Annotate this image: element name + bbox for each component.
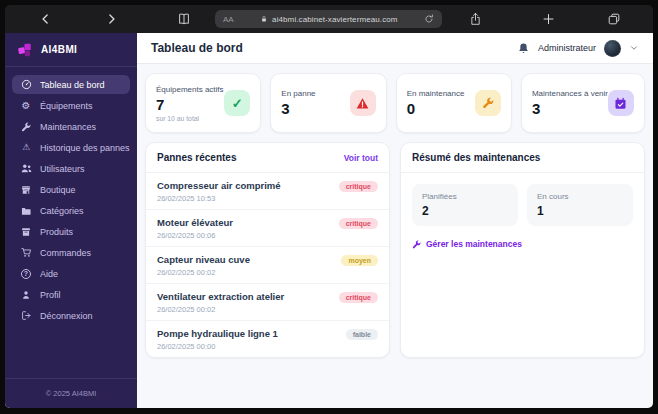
folder-icon (20, 206, 32, 216)
warning-icon (20, 143, 32, 152)
sidebar-item-profil[interactable]: Profil (12, 285, 130, 304)
share-button[interactable] (469, 13, 482, 26)
refresh-button[interactable] (424, 14, 434, 24)
sidebar-item-deconnexion[interactable]: Déconnexion (12, 306, 130, 325)
sidebar-item-tableau-de-bord[interactable]: Tableau de bord (12, 75, 130, 94)
maintenance-stat-label: Planifiées (422, 192, 508, 201)
sidebar-item-equipements[interactable]: Équipements (12, 96, 130, 115)
severity-badge: critique (339, 181, 378, 192)
fault-row: Compresseur air comprimé 26/02/2025 10:5… (146, 173, 389, 210)
page-header: Tableau de bord Administrateur (137, 33, 653, 64)
new-tab-button[interactable] (542, 13, 555, 26)
fault-row: Pompe hydraulique ligne 1 26/02/2025 00:… (146, 321, 389, 357)
severity-badge: critique (339, 218, 378, 229)
sidebar-item-categories[interactable]: Catégories (12, 201, 130, 220)
sidebar-item-label: Commandes (40, 248, 91, 258)
panel-title: Pannes récentes (157, 152, 237, 163)
severity-badge: faible (346, 329, 378, 340)
sidebar-item-label: Tableau de bord (40, 80, 105, 90)
forward-button[interactable] (105, 13, 118, 26)
avatar[interactable] (604, 40, 621, 57)
sidebar-item-label: Équipements (40, 101, 93, 111)
browser-toolbar: AA ai4bmi.cabinet-xaviertermeau.com (5, 5, 653, 33)
stat-value: 7 (156, 96, 224, 113)
help-icon: ? (20, 269, 32, 279)
profile-icon (20, 290, 32, 300)
chevron-down-icon[interactable] (629, 43, 639, 53)
wrench-icon (20, 122, 32, 132)
url-text: ai4bmi.cabinet-xaviertermeau.com (272, 15, 397, 24)
sidebar-item-label: Produits (40, 227, 73, 237)
wrench-icon (475, 90, 501, 116)
tab-overview-button[interactable] (607, 12, 621, 26)
logo: AI4BMI (5, 33, 137, 67)
fault-date: 26/02/2025 00:06 (157, 231, 233, 240)
sidebar-item-boutique[interactable]: Boutique (12, 180, 130, 199)
maintenance-stat-value: 2 (422, 204, 508, 218)
store-icon (20, 185, 32, 195)
sidebar-item-maintenances[interactable]: Maintenances (12, 117, 130, 136)
fault-name: Ventilateur extraction atelier (157, 291, 284, 302)
manage-maintenances-label: Gérer les maintenances (426, 239, 522, 249)
fault-name: Moteur élévateur (157, 217, 233, 228)
maintenance-stat-label: En cours (537, 192, 623, 201)
sidebar-item-commandes[interactable]: Commandes (12, 243, 130, 262)
logo-icon (17, 42, 33, 58)
stat-label: En panne (281, 89, 315, 98)
manage-maintenances-link[interactable]: Gérer les maintenances (412, 239, 633, 249)
logo-text: AI4BMI (41, 44, 77, 55)
stat-label: Équipements actifs (156, 85, 224, 94)
fault-name: Pompe hydraulique ligne 1 (157, 328, 278, 339)
sidebar-item-historique-des-pannes[interactable]: Historique des pannes (12, 138, 130, 157)
stat-card-maintenances-a-venir: Maintenances à venir 3 (521, 73, 645, 133)
sidebar-item-utilisateurs[interactable]: Utilisateurs (12, 159, 130, 178)
sidebar-item-label: Boutique (40, 185, 76, 195)
users-icon (20, 163, 32, 174)
page-title: Tableau de bord (151, 41, 243, 55)
sidebar-footer-copyright: © 2025 AI4BMI (5, 378, 137, 408)
maintenance-stat-en-cours: En cours 1 (527, 184, 633, 226)
sidebar-bookmarks-button[interactable] (177, 12, 191, 26)
stat-card-en-panne: En panne 3 (270, 73, 386, 133)
stat-label: Maintenances à venir (532, 89, 608, 98)
sidebar-item-label: Historique des pannes (40, 143, 130, 153)
address-bar[interactable]: AA ai4bmi.cabinet-xaviertermeau.com (215, 10, 442, 28)
sidebar-item-label: Catégories (40, 206, 84, 216)
sidebar-item-aide[interactable]: ? Aide (12, 264, 130, 283)
calendar-check-icon (608, 90, 634, 116)
stat-card-en-maintenance: En maintenance 0 (396, 73, 512, 133)
browser-window: AA ai4bmi.cabinet-xaviertermeau.com AI4B… (5, 5, 653, 408)
stat-label: En maintenance (407, 89, 465, 98)
sidebar-item-produits[interactable]: Produits (12, 222, 130, 241)
fault-row: Moteur élévateur 26/02/2025 00:06 critiq… (146, 210, 389, 247)
stat-value: 3 (532, 100, 608, 117)
sidebar-item-label: Utilisateurs (40, 164, 85, 174)
stat-value: 3 (281, 100, 315, 117)
fault-date: 26/02/2025 00:02 (157, 268, 250, 277)
fault-name: Capteur niveau cuve (157, 254, 250, 265)
reader-mode-button[interactable]: AA (223, 15, 234, 24)
fault-date: 26/02/2025 00:02 (157, 305, 284, 314)
back-button[interactable] (39, 13, 52, 26)
logout-icon (20, 310, 32, 321)
severity-badge: moyen (341, 255, 378, 266)
maintenance-stat-value: 1 (537, 204, 623, 218)
sidebar-item-label: Aide (40, 269, 58, 279)
severity-badge: critique (339, 292, 378, 303)
user-menu-label[interactable]: Administrateur (538, 43, 596, 53)
bell-icon (517, 42, 530, 55)
products-box-icon (20, 227, 32, 237)
view-all-link[interactable]: Voir tout (344, 153, 378, 163)
fault-row: Ventilateur extraction atelier 26/02/202… (146, 284, 389, 321)
gauge-icon (20, 79, 32, 90)
lock-icon (260, 15, 268, 23)
check-icon: ✓ (224, 90, 250, 116)
sidebar-item-label: Maintenances (40, 122, 96, 132)
stat-card-equipements-actifs: Équipements actifs 7 sur 10 au total ✓ (145, 73, 261, 133)
panel-title: Résumé des maintenances (412, 152, 540, 163)
sidebar: AI4BMI Tableau de bord Équipements Maint… (5, 33, 137, 408)
stats-row: Équipements actifs 7 sur 10 au total ✓ E… (145, 73, 645, 133)
stat-value: 0 (407, 100, 465, 117)
fault-date: 26/02/2025 10:53 (157, 194, 281, 203)
notifications-button[interactable] (517, 42, 530, 55)
